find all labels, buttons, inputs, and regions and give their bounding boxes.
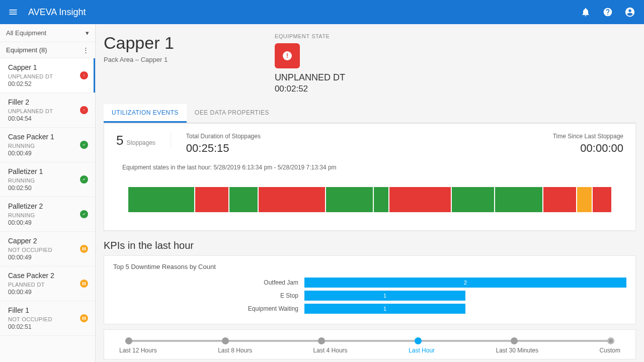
since-last-label: Time Since Last Stoppage: [553, 133, 623, 140]
since-last-value: 00:00:00: [553, 142, 623, 155]
sidebar-item[interactable]: Case Packer 1 RUNNING 00:00:49: [0, 128, 95, 162]
state-section-label: EQUIPMENT STATE: [275, 33, 345, 39]
sidebar-item[interactable]: Filler 1 NOT OCCUPIED 00:02:51: [0, 301, 95, 336]
sidebar-item[interactable]: Palletizer 2 RUNNING 00:00:49: [0, 197, 95, 232]
stoppages-count: 5: [116, 133, 123, 148]
total-duration-value: 00:25:15: [186, 142, 261, 155]
timeslider-dot[interactable]: [222, 337, 229, 344]
tabs: UTILIZATION EVENTSOEE DATA PROPERTIES: [104, 104, 636, 123]
bell-icon[interactable]: [580, 6, 592, 18]
equipment-duration: 00:00:49: [8, 254, 89, 261]
sidebar-item[interactable]: Capper 1 UNPLANNED DT 00:02:52: [0, 58, 95, 93]
timeline-segment: [593, 187, 612, 212]
tab[interactable]: UTILIZATION EVENTS: [104, 104, 187, 123]
timeline-segment: [577, 187, 591, 212]
equipment-name: Case Packer 2: [8, 272, 89, 280]
breadcrumb: Pack Area – Capper 1: [104, 56, 174, 63]
sidebar-item[interactable]: Case Packer 2 PLANNED DT 00:00:49: [0, 266, 95, 301]
timeslider-dot[interactable]: [511, 337, 518, 344]
sidebar-item[interactable]: Palletizer 1 RUNNING 00:02:50: [0, 162, 95, 197]
timeline-segment: [495, 187, 542, 212]
bar-row: Equipment Waiting 1: [113, 304, 626, 314]
status-badge: [80, 71, 88, 79]
bar-row: Outfeed Jam 2: [113, 278, 626, 288]
status-badge: [80, 314, 88, 322]
equipment-state: NOT OCCUPIED: [8, 247, 89, 253]
timeline-segment: [128, 187, 194, 212]
bar-label: E Stop: [113, 292, 304, 299]
time-range-slider[interactable]: Last 12 HoursLast 8 HoursLast 4 HoursLas…: [104, 329, 636, 359]
equipment-state: UNPLANNED DT: [8, 108, 89, 114]
timeslider-label[interactable]: Custom: [600, 347, 620, 354]
equipment-name: Capper 1: [8, 63, 89, 71]
state-tile: !: [275, 43, 300, 68]
bar-fill: 1: [304, 304, 465, 314]
kpi-card-title: Top 5 Downtime Reasons by Count: [113, 263, 626, 270]
timeslider-label[interactable]: Last 30 Minutes: [496, 347, 538, 354]
timeslider-dot[interactable]: [125, 337, 132, 344]
bar-label: Equipment Waiting: [113, 305, 304, 312]
equipment-duration: 00:02:51: [8, 323, 89, 330]
kpi-section-title: KPIs in the last hour: [104, 240, 636, 251]
equipment-duration: 00:00:49: [8, 219, 89, 226]
timeline-segment: [229, 187, 258, 212]
equipment-name: Filler 2: [8, 98, 89, 106]
status-badge: [80, 106, 88, 114]
more-vert-icon[interactable]: ⋮: [83, 46, 89, 54]
account-icon[interactable]: [624, 6, 636, 18]
range-note: Equipment states in the last hour: 5/28/…: [104, 157, 635, 173]
total-duration-label: Total Duration of Stoppages: [186, 133, 261, 140]
status-badge: [80, 141, 88, 149]
sidebar: All Equipment ▾ Equipment (8) ⋮ Capper 1…: [0, 24, 96, 362]
sidebar-filter-label: All Equipment: [6, 29, 46, 37]
equipment-name: Palletizer 1: [8, 167, 89, 175]
sidebar-header-label: Equipment (8): [6, 46, 47, 54]
timeline-segment: [326, 187, 373, 212]
timeline-segment: [452, 187, 494, 212]
timeslider-label[interactable]: Last 8 Hours: [218, 347, 252, 354]
timeslider-label[interactable]: Last Hour: [409, 347, 435, 354]
timeslider-dot[interactable]: [607, 337, 614, 344]
sidebar-filter[interactable]: All Equipment ▾: [0, 24, 95, 42]
bar-fill: 1: [304, 291, 465, 301]
bar-fill: 2: [304, 278, 626, 288]
timeline-segment: [195, 187, 228, 212]
equipment-state: PLANNED DT: [8, 282, 89, 288]
equipment-name: Case Packer 1: [8, 133, 89, 141]
status-badge: [80, 210, 88, 218]
kpi-card: Top 5 Downtime Reasons by Count Outfeed …: [104, 255, 636, 324]
sidebar-item[interactable]: Filler 2 UNPLANNED DT 00:04:54: [0, 93, 95, 128]
chevron-down-icon: ▾: [86, 29, 89, 37]
stoppages-label: Stoppages: [126, 139, 155, 146]
bar-label: Outfeed Jam: [113, 279, 304, 286]
main-content: Capper 1 Pack Area – Capper 1 EQUIPMENT …: [96, 24, 644, 362]
equipment-duration: 00:00:49: [8, 150, 89, 157]
equipment-duration: 00:04:54: [8, 115, 89, 122]
menu-icon[interactable]: [8, 7, 18, 17]
sidebar-list-header: Equipment (8) ⋮: [0, 42, 95, 58]
equipment-name: Palletizer 2: [8, 202, 89, 210]
equipment-state: UNPLANNED DT: [8, 73, 89, 79]
tab[interactable]: OEE DATA PROPERTIES: [187, 104, 277, 123]
equipment-state: RUNNING: [8, 212, 89, 218]
timeslider-label[interactable]: Last 4 Hours: [313, 347, 348, 354]
state-timeline: [128, 187, 611, 212]
timeline-segment: [543, 187, 577, 212]
equipment-duration: 00:00:49: [8, 289, 89, 296]
equipment-name: Capper 2: [8, 237, 89, 245]
help-icon[interactable]: [602, 6, 614, 18]
timeline-segment: [259, 187, 325, 212]
timeline-segment: [389, 187, 451, 212]
timeslider-dot[interactable]: [318, 337, 325, 344]
equipment-state: NOT OCCUPIED: [8, 316, 89, 322]
equipment-duration: 00:02:50: [8, 185, 89, 192]
error-icon: !: [283, 51, 292, 60]
sidebar-item[interactable]: Capper 2 NOT OCCUPIED 00:00:49: [0, 232, 95, 266]
timeslider-dot[interactable]: [415, 337, 422, 344]
timeline-segment: [374, 187, 388, 212]
state-name: UNPLANNED DT: [275, 72, 345, 83]
equipment-state: RUNNING: [8, 143, 89, 149]
timeslider-label[interactable]: Last 12 Hours: [119, 347, 157, 354]
bar-row: E Stop 1: [113, 291, 626, 301]
status-badge: [80, 245, 88, 253]
